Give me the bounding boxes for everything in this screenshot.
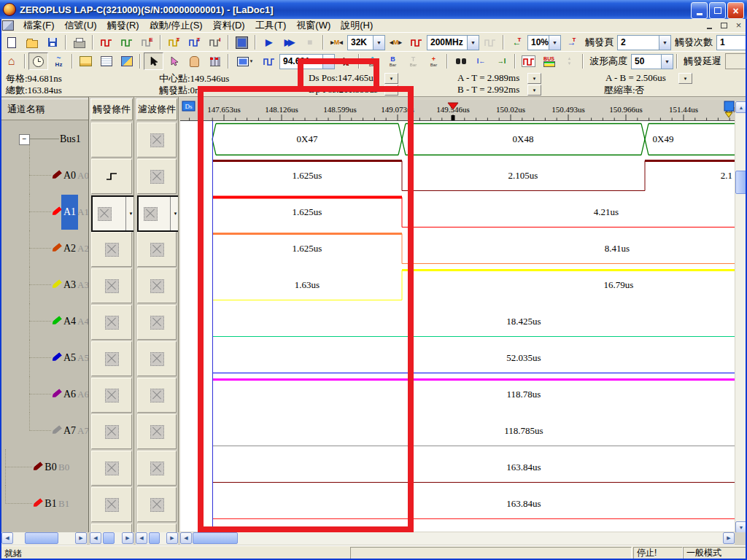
channel-pen-icon[interactable] <box>32 498 43 508</box>
menu-item-0[interactable]: 檔案(F) <box>18 18 60 33</box>
trigger-pos-left-button[interactable]: ←T <box>507 34 527 51</box>
trigger-count-combo[interactable]: 1▼ <box>716 35 747 50</box>
close-button[interactable]: × <box>727 2 744 19</box>
filter-cell-A6[interactable] <box>137 378 177 413</box>
sample-rate-combo[interactable]: 200MHz▼ <box>427 35 479 50</box>
trigger-cell-Bus1[interactable] <box>91 122 132 158</box>
sampling-signal-button[interactable] <box>406 34 426 51</box>
memory-page-right-button[interactable]: ◂M▸ <box>386 34 406 51</box>
child-restore-button[interactable] <box>718 20 730 31</box>
scroll-right-button[interactable]: ▶ <box>723 532 735 544</box>
time-div-combo[interactable]: 94.681ns▼ <box>279 54 335 69</box>
a-b-dropdown[interactable]: ▼ <box>678 73 692 84</box>
channel-pen-icon[interactable] <box>51 352 62 362</box>
wave-height-combo[interactable]: 50▼ <box>631 54 673 69</box>
signal-trigger-button[interactable]: T <box>185 34 204 51</box>
open-file-button[interactable] <box>22 34 42 51</box>
channel-name-A0[interactable]: A0 <box>61 158 78 193</box>
a-bar-button[interactable]: ABar <box>363 52 382 70</box>
repeat-run-button[interactable]: ▶▶ <box>279 34 299 51</box>
trigger-hscrollbar[interactable]: ◀ ▶ <box>90 532 133 545</box>
menu-item-4[interactable]: 資料(D) <box>208 18 250 33</box>
filter-hscrollbar[interactable]: ◀ ▶ <box>136 532 178 545</box>
channel-name-A6[interactable]: A6 <box>61 377 78 412</box>
filter-cell-A5[interactable] <box>137 341 177 376</box>
channel-name-A1[interactable]: A1 <box>61 195 78 230</box>
channel-name-A2[interactable]: A2 <box>61 231 78 266</box>
memory-depth-combo[interactable]: 32K▼ <box>347 35 385 50</box>
trigger-cell-A2[interactable] <box>91 232 132 267</box>
listing-window-button[interactable] <box>96 52 116 70</box>
trigger-cell-A4[interactable] <box>91 305 132 340</box>
waveform-window-button[interactable] <box>76 52 96 70</box>
dp-pos-dropdown[interactable]: ▼ <box>384 85 398 96</box>
channel-row-A0[interactable]: A0A0 <box>0 158 88 194</box>
dropdown-arrow-icon[interactable]: ▼ <box>322 55 334 69</box>
zoom-fit-button[interactable] <box>259 52 279 70</box>
scroll-right-button[interactable]: ▶ <box>166 532 178 544</box>
minimize-button[interactable] <box>691 2 708 19</box>
channel-name-A3[interactable]: A3 <box>61 268 78 303</box>
sampling-setup-button[interactable] <box>96 34 116 51</box>
scroll-left-button[interactable]: ◀ <box>180 532 192 544</box>
dropdown-arrow-icon[interactable]: ▼ <box>170 197 179 230</box>
hscroll-thumb[interactable] <box>193 532 238 544</box>
channel-pen-icon[interactable] <box>51 279 62 289</box>
memory-page-left-button[interactable]: ▸M◂ <box>327 34 347 51</box>
channel-pen-icon[interactable] <box>51 170 62 180</box>
b-t-dropdown[interactable]: ▼ <box>527 85 541 96</box>
menu-item-2[interactable]: 觸發(R) <box>102 18 144 33</box>
menu-item-1[interactable]: 信號(U) <box>60 18 102 33</box>
print-button[interactable] <box>69 34 89 51</box>
channel-pen-icon[interactable] <box>51 389 62 399</box>
child-close-button[interactable]: × <box>732 20 745 31</box>
enhance-protocol-button[interactable]: E <box>137 34 157 51</box>
bus-trigger-button[interactable]: T <box>164 34 184 51</box>
pointer-tool-button[interactable] <box>144 52 163 70</box>
scroll-right-button[interactable]: ▶ <box>122 532 133 544</box>
trigger-position-combo[interactable]: 10%▼ <box>527 35 561 50</box>
menu-item-5[interactable]: 工具(T) <box>250 18 292 33</box>
channel-name-A7[interactable]: A7 <box>61 413 78 448</box>
dropdown-arrow-icon[interactable]: ▼ <box>549 36 560 50</box>
module-setup-button[interactable] <box>232 34 252 51</box>
name-hscrollbar[interactable]: ◀ ▶ <box>1 532 87 545</box>
trigger-cell-B0[interactable] <box>91 451 132 486</box>
channel-row-Bus1[interactable]: −Bus1 <box>0 121 88 158</box>
channel-pen-icon[interactable] <box>32 462 43 472</box>
b-bar-button[interactable]: BBar <box>383 52 403 70</box>
channel-name-A4[interactable]: A4 <box>61 304 78 339</box>
cursor-jump-button[interactable] <box>336 52 355 70</box>
bus-expand-button[interactable]: BUS <box>539 52 559 70</box>
new-file-button[interactable] <box>1 34 21 51</box>
trigger-cell-A1[interactable]: ▼ <box>91 195 134 232</box>
channel-row-A5[interactable]: A5A5 <box>0 340 88 376</box>
hscroll-thumb[interactable] <box>25 532 58 544</box>
save-button[interactable] <box>42 34 62 51</box>
trigger-pos-right-button[interactable]: →T <box>562 34 581 51</box>
dropdown-arrow-icon[interactable]: ▼ <box>249 59 254 63</box>
channel-setup-button[interactable] <box>117 34 136 51</box>
multi-select-button[interactable] <box>164 52 184 70</box>
trigger-cell-A7[interactable] <box>91 414 132 449</box>
dropdown-arrow-icon[interactable]: ▼ <box>373 36 384 50</box>
navigator-window-button[interactable] <box>117 52 136 70</box>
zoom-mode-button[interactable]: ▼ <box>232 52 258 70</box>
dropdown-arrow-icon[interactable]: ▼ <box>661 55 673 69</box>
scroll-right-button[interactable]: ▶ <box>75 532 87 544</box>
bus-name[interactable]: Bus1 <box>60 121 81 158</box>
trigger-cell-B1[interactable] <box>91 487 132 522</box>
filter-cell-B0[interactable] <box>137 451 177 486</box>
trigger-cell-A5[interactable] <box>91 341 132 376</box>
next-edge-button[interactable]: →l <box>492 52 511 70</box>
channel-row-A6[interactable]: A6A6 <box>0 376 88 413</box>
waveform-plot[interactable]: 147.653us148.126us148.599us149.073us149.… <box>180 100 735 532</box>
waveform-hscrollbar[interactable]: ◀ ▶ <box>180 532 735 545</box>
filter-cell-A3[interactable] <box>137 268 177 303</box>
trigger-cell-A6[interactable] <box>91 378 132 413</box>
find-button[interactable] <box>451 52 471 70</box>
trigger-page-combo[interactable]: 2▼ <box>617 35 671 50</box>
frequency-button[interactable]: ~Hz <box>49 52 69 70</box>
ds-pos-dropdown[interactable]: ▼ <box>384 73 398 84</box>
filter-cell-A4[interactable] <box>137 305 177 340</box>
